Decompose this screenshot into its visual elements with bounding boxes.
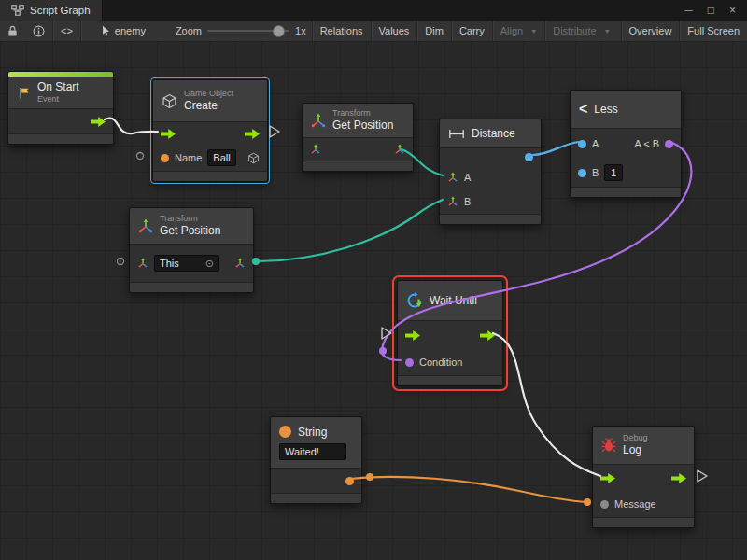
edit-source-button[interactable]: <> — [53, 21, 80, 41]
node-wait-until[interactable]: Wait Until Condition — [397, 280, 503, 386]
condition-label: Condition — [419, 357, 462, 368]
unconnected-flow-marker — [382, 328, 391, 339]
toolbar-button-full-screen[interactable]: Full Screen — [680, 21, 747, 41]
port-row — [153, 122, 267, 145]
node-header[interactable]: String Waited! — [271, 417, 361, 469]
port-row: B — [440, 189, 541, 214]
graph-target-label: enemy — [115, 25, 146, 36]
tab-script-graph[interactable]: Script Graph — [0, 0, 103, 21]
node-title: Get Position — [332, 119, 393, 132]
less-input-port-a[interactable] — [578, 140, 586, 148]
distance-output-port[interactable] — [525, 153, 533, 161]
flag-icon — [17, 86, 31, 100]
node-category: Transform — [160, 214, 220, 224]
port-row — [303, 138, 413, 161]
zoom-slider[interactable] — [207, 21, 289, 41]
node-distance[interactable]: Distance A B — [439, 119, 542, 225]
wait-until-icon — [406, 292, 423, 309]
node-header[interactable]: < Less — [571, 91, 681, 129]
this-object-field[interactable]: This ⊙ — [154, 255, 219, 272]
inspect-button[interactable] — [25, 21, 52, 41]
name-input-port[interactable] — [161, 154, 169, 162]
wire-endpoint-dot — [366, 473, 374, 481]
name-label: Name — [175, 152, 202, 163]
condition-input-port[interactable] — [405, 358, 414, 367]
message-input-port[interactable] — [600, 500, 609, 509]
node-title: Get Position — [160, 224, 220, 237]
node-header[interactable]: Transform Get Position — [303, 104, 413, 138]
zoom-slider-knob[interactable] — [273, 25, 285, 37]
node-footer — [8, 133, 113, 144]
node-on-start[interactable]: On Start Event — [7, 71, 114, 145]
object-picker-icon[interactable]: ⊙ — [205, 257, 214, 270]
transform-icon — [138, 218, 153, 233]
flow-output-port[interactable] — [91, 117, 106, 127]
node-on-start-header[interactable]: On Start Event — [8, 77, 113, 109]
toolbar-button-relations[interactable]: Relations — [313, 21, 371, 41]
node-string[interactable]: String Waited! — [270, 416, 362, 504]
flow-input-port[interactable] — [600, 473, 615, 483]
node-get-position-left[interactable]: Transform Get Position This ⊙ — [129, 207, 254, 293]
port-b-label: B — [464, 196, 471, 207]
node-footer — [153, 171, 267, 181]
maximize-button[interactable]: □ — [708, 4, 714, 17]
port-row: A A < B — [571, 129, 681, 159]
string-value-field[interactable]: Waited! — [279, 443, 346, 460]
game-object-output-port[interactable] — [247, 152, 260, 164]
wire-endpoint-dot — [379, 347, 387, 355]
port-row — [8, 109, 113, 133]
flow-output-port[interactable] — [671, 473, 686, 483]
string-output-port[interactable] — [345, 477, 354, 485]
vector-input-port-a[interactable] — [447, 172, 458, 183]
node-create-header[interactable]: Game Object Create — [153, 80, 267, 122]
toolbar-button-values[interactable]: Values — [372, 21, 417, 41]
close-button[interactable]: × — [729, 4, 736, 17]
node-footer — [271, 493, 361, 503]
less-input-port-b[interactable] — [578, 169, 586, 177]
string-icon — [279, 426, 291, 438]
node-header[interactable]: Transform Get Position — [130, 208, 253, 245]
vector-output-port[interactable] — [234, 258, 246, 269]
code-icon: <> — [61, 25, 73, 36]
node-create[interactable]: Game Object Create Name Ball — [152, 79, 268, 182]
node-less[interactable]: < Less A A < B B 1 — [570, 90, 682, 198]
graph-target-button[interactable]: enemy — [94, 21, 153, 41]
vector-input-port-b[interactable] — [447, 196, 458, 207]
graph-canvas[interactable]: On Start Event Game Object Cre — [0, 41, 747, 560]
dropdown-caret-icon: ▼ — [530, 28, 537, 35]
port-row — [593, 465, 694, 491]
flow-output-port[interactable] — [480, 330, 495, 341]
node-category: Debug — [623, 433, 648, 443]
node-debug-log[interactable]: Debug Log Message — [592, 426, 695, 528]
transform-input-port[interactable] — [137, 258, 148, 269]
node-title: On Start — [37, 80, 79, 93]
flow-output-port[interactable] — [245, 129, 260, 139]
result-label: A < B — [634, 138, 659, 149]
port-row: This ⊙ — [130, 245, 253, 282]
flow-input-port[interactable] — [405, 330, 420, 341]
node-get-position-top[interactable]: Transform Get Position — [302, 103, 414, 172]
node-header[interactable]: Debug Log — [593, 427, 694, 465]
toolbar-button-align[interactable]: Align▼ — [493, 21, 544, 41]
lock-button[interactable] — [0, 21, 25, 41]
transform-input-port[interactable] — [310, 144, 321, 155]
node-header[interactable]: Wait Until — [398, 281, 502, 321]
node-header[interactable]: Distance — [440, 119, 541, 148]
toolbar-button-distribute[interactable]: Distribute▼ — [545, 21, 617, 41]
toolbar-button-overview[interactable]: Overview — [622, 21, 680, 41]
b-value-field[interactable]: 1 — [604, 164, 623, 181]
vector-output-port[interactable] — [394, 144, 405, 155]
node-footer — [303, 161, 413, 171]
flow-input-port[interactable] — [161, 129, 176, 139]
this-value: This — [160, 257, 179, 270]
wire-endpoint-dot — [584, 498, 591, 506]
node-subtitle: Event — [37, 94, 79, 105]
minimize-button[interactable]: ─ — [684, 4, 693, 17]
name-field[interactable]: Ball — [207, 149, 235, 166]
less-output-port[interactable] — [665, 140, 673, 148]
bug-icon — [601, 438, 616, 453]
toolbar-button-carry[interactable]: Carry — [452, 21, 492, 41]
node-footer — [130, 282, 253, 292]
port-row: Name Ball — [153, 145, 267, 171]
toolbar-button-dim[interactable]: Dim — [417, 21, 451, 41]
